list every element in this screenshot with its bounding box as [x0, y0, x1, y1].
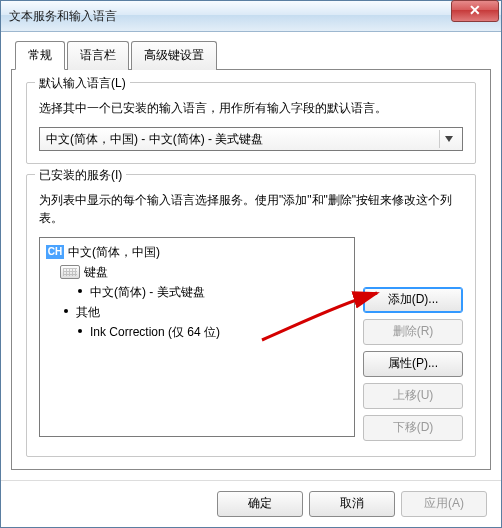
button-label: 属性(P)...	[388, 356, 438, 370]
tab-label: 高级键设置	[144, 48, 204, 62]
button-label: 下移(D)	[393, 420, 434, 434]
tree-keyboard-item[interactable]: 中文(简体) - 美式键盘	[74, 282, 350, 302]
services-buttons: 添加(D)... 删除(R) 属性(P)... 上移(U) 下移(D)	[363, 237, 463, 441]
default-lang-dropdown[interactable]: 中文(简体，中国) - 中文(简体) - 美式键盘	[39, 127, 463, 151]
chevron-down-icon	[439, 130, 458, 148]
tree-other-label: 其他	[76, 302, 100, 322]
button-label: 取消	[340, 496, 364, 510]
tree-keyboard-row[interactable]: 键盘	[60, 262, 350, 282]
properties-button[interactable]: 属性(P)...	[363, 351, 463, 377]
group-installed-services: 已安装的服务(I) 为列表中显示的每个输入语言选择服务。使用"添加"和"删除"按…	[26, 174, 476, 457]
tab-langbar[interactable]: 语言栏	[67, 41, 129, 70]
move-down-button: 下移(D)	[363, 415, 463, 441]
bullet-icon	[78, 289, 82, 293]
button-label: 应用(A)	[424, 496, 464, 510]
tree-item-label: 中文(简体) - 美式键盘	[90, 282, 205, 302]
keyboard-icon	[60, 265, 80, 279]
tree-other-row[interactable]: 其他	[60, 302, 350, 322]
close-button[interactable]: ✕	[451, 0, 499, 22]
tree-keyboard-label: 键盘	[84, 262, 108, 282]
tree-other-item[interactable]: Ink Correction (仅 64 位)	[74, 322, 350, 342]
tree-lang-row[interactable]: CH 中文(简体，中国)	[46, 242, 350, 262]
button-label: 上移(U)	[393, 388, 434, 402]
move-up-button: 上移(U)	[363, 383, 463, 409]
lang-badge-icon: CH	[46, 245, 64, 259]
ok-button[interactable]: 确定	[217, 491, 303, 517]
group-default-language: 默认输入语言(L) 选择其中一个已安装的输入语言，用作所有输入字段的默认语言。 …	[26, 82, 476, 164]
titlebar: 文本服务和输入语言 ✕	[1, 1, 501, 32]
apply-button: 应用(A)	[401, 491, 487, 517]
window-title: 文本服务和输入语言	[9, 8, 497, 25]
services-body: CH 中文(简体，中国) 键盘	[39, 237, 463, 441]
group-label: 已安装的服务(I)	[35, 167, 126, 184]
default-lang-desc: 选择其中一个已安装的输入语言，用作所有输入字段的默认语言。	[39, 99, 463, 117]
tab-general[interactable]: 常规	[15, 41, 65, 70]
services-desc: 为列表中显示的每个输入语言选择服务。使用"添加"和"删除"按钮来修改这个列表。	[39, 191, 463, 227]
tab-label: 语言栏	[80, 48, 116, 62]
tabstrip: 常规 语言栏 高级键设置	[15, 40, 491, 69]
content-area: 常规 语言栏 高级键设置 默认输入语言(L) 选择其中一个已安装的输入语言，用作…	[1, 32, 501, 480]
group-label: 默认输入语言(L)	[35, 75, 130, 92]
dialog-window: 文本服务和输入语言 ✕ 常规 语言栏 高级键设置 默认输入语言(L) 选择其中一…	[0, 0, 502, 528]
tree-item-label: Ink Correction (仅 64 位)	[90, 322, 220, 342]
tree-lang-label: 中文(简体，中国)	[68, 242, 160, 262]
dialog-footer: 确定 取消 应用(A)	[1, 480, 501, 527]
tabpanel-general: 默认输入语言(L) 选择其中一个已安装的输入语言，用作所有输入字段的默认语言。 …	[11, 69, 491, 470]
bullet-icon	[78, 329, 82, 333]
button-label: 删除(R)	[393, 324, 434, 338]
button-label: 添加(D)...	[388, 292, 439, 306]
button-label: 确定	[248, 496, 272, 510]
bullet-icon	[64, 309, 68, 313]
dropdown-value: 中文(简体，中国) - 中文(简体) - 美式键盘	[46, 131, 439, 148]
tab-advanced-keys[interactable]: 高级键设置	[131, 41, 217, 70]
close-icon: ✕	[469, 2, 481, 18]
services-tree[interactable]: CH 中文(简体，中国) 键盘	[39, 237, 355, 437]
remove-button: 删除(R)	[363, 319, 463, 345]
cancel-button[interactable]: 取消	[309, 491, 395, 517]
add-button[interactable]: 添加(D)...	[363, 287, 463, 313]
tab-label: 常规	[28, 48, 52, 62]
